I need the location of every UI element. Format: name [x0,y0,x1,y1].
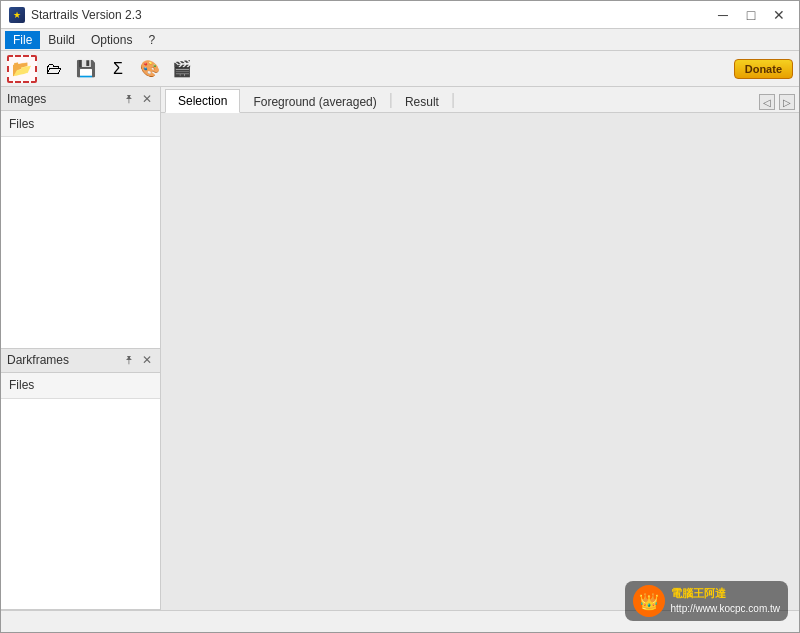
right-panel: Selection Foreground (averaged) | Result… [161,87,799,610]
toolbar-left: 📂🗁💾Σ🎨🎬 [7,55,197,83]
tool-btn-sigma[interactable]: Σ [103,55,133,83]
title-bar-left: ★ Startrails Version 2.3 [9,7,142,23]
main-content: Images 🖈 ✕ Files Darkframes 🖈 [1,87,799,610]
tool-btn-open-file[interactable]: 🗁 [39,55,69,83]
images-panel: Images 🖈 ✕ Files [1,87,160,349]
darkframes-panel-title: Darkframes [7,353,69,367]
watermark-site-name: 電腦王阿達 [671,586,780,601]
darkframes-files-toolbar: Files [1,373,160,399]
images-files-button[interactable]: Files [5,115,38,133]
watermark: 👑 電腦王阿達 http://www.kocpc.com.tw [625,581,788,621]
tab-foreground[interactable]: Foreground (averaged) [240,90,389,113]
tool-btn-open-folder[interactable]: 📂 [7,55,37,83]
donate-button[interactable]: Donate [734,59,793,79]
tabs-bar: Selection Foreground (averaged) | Result… [161,87,799,113]
tab-next-button[interactable]: ▷ [779,94,795,110]
window-controls: ─ □ ✕ [711,6,791,24]
close-button[interactable]: ✕ [767,6,791,24]
menu-item-build[interactable]: Build [40,31,83,49]
darkframes-close-icon[interactable]: ✕ [140,353,154,367]
images-panel-content [1,137,160,348]
tool-btn-video[interactable]: 🎬 [167,55,197,83]
tab-content-area [161,113,799,610]
menu-bar: FileBuildOptions? [1,29,799,51]
menu-item-file[interactable]: File [5,31,40,49]
images-panel-header: Images 🖈 ✕ [1,87,160,111]
title-bar: ★ Startrails Version 2.3 ─ □ ✕ [1,1,799,29]
watermark-icon: 👑 [633,585,665,617]
tab-selection[interactable]: Selection [165,89,240,113]
watermark-text: 電腦王阿達 http://www.kocpc.com.tw [671,586,780,615]
tab-result[interactable]: Result [392,90,452,113]
app-icon: ★ [9,7,25,23]
window-title: Startrails Version 2.3 [31,8,142,22]
left-panel: Images 🖈 ✕ Files Darkframes 🖈 [1,87,161,610]
toolbar: 📂🗁💾Σ🎨🎬 Donate [1,51,799,87]
darkframes-panel-icons: 🖈 ✕ [122,353,154,367]
tabs-nav: ◁ ▷ [759,94,795,112]
images-panel-icons: 🖈 ✕ [122,92,154,106]
menu-item-options[interactable]: Options [83,31,140,49]
maximize-button[interactable]: □ [739,6,763,24]
images-close-icon[interactable]: ✕ [140,92,154,106]
tab-prev-button[interactable]: ◁ [759,94,775,110]
darkframes-files-button[interactable]: Files [5,376,38,394]
images-panel-title: Images [7,92,46,106]
darkframes-panel-header: Darkframes 🖈 ✕ [1,349,160,373]
minimize-button[interactable]: ─ [711,6,735,24]
selection-canvas [161,113,799,610]
images-pin-icon[interactable]: 🖈 [122,92,136,106]
tabs-left: Selection Foreground (averaged) | Result… [165,88,454,112]
darkframes-panel: Darkframes 🖈 ✕ Files [1,349,160,611]
watermark-url: http://www.kocpc.com.tw [671,602,780,616]
darkframes-panel-content [1,399,160,610]
tool-btn-filter[interactable]: 🎨 [135,55,165,83]
darkframes-pin-icon[interactable]: 🖈 [122,353,136,367]
app-window: ★ Startrails Version 2.3 ─ □ ✕ FileBuild… [0,0,800,633]
menu-item-help[interactable]: ? [140,31,163,49]
tool-btn-save[interactable]: 💾 [71,55,101,83]
images-files-toolbar: Files [1,111,160,137]
